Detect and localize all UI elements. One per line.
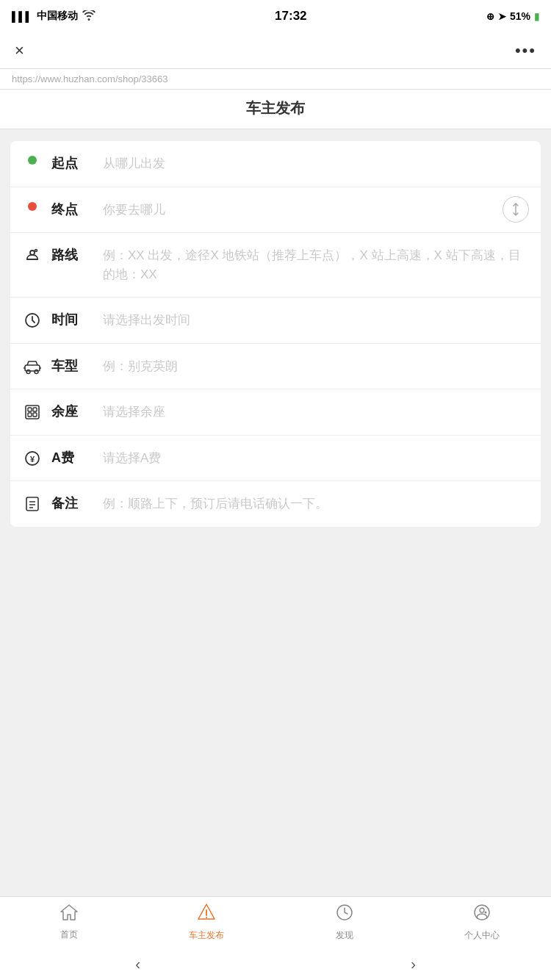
tab-publish[interactable]: 车主发布 xyxy=(138,897,276,948)
swap-button[interactable] xyxy=(503,196,529,223)
publish-tab-icon xyxy=(197,903,216,926)
start-label: 起点 xyxy=(51,154,91,173)
carrier-label: 中国移动 xyxy=(37,10,78,23)
time-row[interactable]: 时间 请选择出发时间 xyxy=(10,298,541,344)
start-placeholder[interactable]: 从哪儿出发 xyxy=(103,154,529,173)
note-row[interactable]: 备注 例：顺路上下，预订后请电话确认一下。 xyxy=(10,481,541,527)
more-button[interactable]: ••• xyxy=(515,41,536,60)
svg-point-5 xyxy=(35,370,38,373)
profile-tab-label: 个人中心 xyxy=(464,929,500,942)
back-button[interactable]: ‹ xyxy=(106,950,170,979)
battery-level: 51% xyxy=(510,10,530,22)
time-label: 时间 xyxy=(51,311,91,329)
direction-icon: ➤ xyxy=(498,11,506,22)
svg-point-25 xyxy=(485,912,487,914)
toll-placeholder[interactable]: 请选择A费 xyxy=(103,449,529,468)
end-icon xyxy=(22,202,43,211)
seats-placeholder[interactable]: 请选择余座 xyxy=(103,403,529,422)
toll-label: A费 xyxy=(51,449,91,467)
tab-discover[interactable]: 发现 xyxy=(276,897,414,948)
route-icon xyxy=(22,248,43,264)
location-icon: ⊕ xyxy=(486,11,494,22)
url-bar: https://www.huzhan.com/shop/33663 xyxy=(0,69,551,90)
svg-rect-9 xyxy=(28,408,32,411)
tab-bar: 首页 车主发布 发现 xyxy=(0,896,551,948)
tab-profile[interactable]: 个人中心 xyxy=(414,897,552,948)
note-label: 备注 xyxy=(51,494,91,513)
publish-tab-label: 车主发布 xyxy=(189,929,224,942)
close-button[interactable]: × xyxy=(15,41,24,60)
home-bar: ‹ › xyxy=(0,948,551,980)
svg-rect-15 xyxy=(26,497,38,511)
svg-point-24 xyxy=(480,908,484,912)
route-placeholder[interactable]: 例：XX 出发，途径X 地铁站（推荐上车点），X 站上高速，X 站下高速，目的地… xyxy=(103,246,529,284)
time-icon xyxy=(22,312,43,328)
url-text: https://www.huzhan.com/shop/33663 xyxy=(12,73,168,84)
end-row[interactable]: 终点 你要去哪儿 xyxy=(10,187,541,234)
status-left: ▌▌▌ 中国移动 xyxy=(12,10,96,23)
svg-rect-10 xyxy=(33,408,37,411)
signal-icon: ▌▌▌ xyxy=(12,11,32,22)
route-label: 路线 xyxy=(51,246,91,264)
route-row[interactable]: 路线 例：XX 出发，途径X 地铁站（推荐上车点），X 站上高速，X 站下高速，… xyxy=(10,233,541,298)
dot-green-icon xyxy=(28,156,37,165)
toll-icon: ¥ xyxy=(22,450,43,466)
cartype-row[interactable]: 车型 例：别克英朗 xyxy=(10,344,541,390)
status-bar: ▌▌▌ 中国移动 17:32 ⊕ ➤ 51% ▮ xyxy=(0,0,551,32)
time-placeholder[interactable]: 请选择出发时间 xyxy=(103,311,529,330)
seats-icon xyxy=(22,404,43,420)
end-label: 终点 xyxy=(51,201,91,219)
home-tab-icon xyxy=(60,904,79,926)
note-placeholder[interactable]: 例：顺路上下，预订后请电话确认一下。 xyxy=(103,494,529,514)
battery-icon: ▮ xyxy=(534,11,539,22)
note-icon xyxy=(22,496,43,512)
home-tab-label: 首页 xyxy=(60,929,78,941)
nav-bar: × ••• xyxy=(0,32,551,69)
page-title: 车主发布 xyxy=(0,90,551,129)
wifi-icon xyxy=(82,10,96,23)
seats-label: 余座 xyxy=(51,403,91,421)
svg-rect-8 xyxy=(26,406,39,419)
discover-tab-label: 发现 xyxy=(336,929,353,942)
forward-button[interactable]: › xyxy=(381,950,445,979)
svg-text:¥: ¥ xyxy=(30,454,35,463)
cartype-placeholder[interactable]: 例：别克英朗 xyxy=(103,357,529,376)
toll-row[interactable]: ¥ A费 请选择A费 xyxy=(10,436,541,482)
form-content: 起点 从哪儿出发 终点 你要去哪儿 xyxy=(0,141,551,627)
start-row[interactable]: 起点 从哪儿出发 xyxy=(10,141,541,187)
dot-orange-icon xyxy=(28,202,37,211)
svg-rect-11 xyxy=(28,413,32,417)
svg-point-4 xyxy=(26,370,30,373)
end-placeholder[interactable]: 你要去哪儿 xyxy=(103,201,529,220)
cartype-icon xyxy=(22,359,43,375)
time-display: 17:32 xyxy=(275,9,306,24)
form-container: 起点 从哪儿出发 终点 你要去哪儿 xyxy=(10,141,541,527)
svg-point-21 xyxy=(206,917,207,918)
cartype-label: 车型 xyxy=(51,357,91,375)
start-icon xyxy=(22,156,43,165)
discover-tab-icon xyxy=(335,903,354,926)
profile-tab-icon xyxy=(472,903,491,926)
svg-rect-12 xyxy=(33,413,37,417)
status-right: ⊕ ➤ 51% ▮ xyxy=(486,10,539,22)
svg-point-1 xyxy=(35,250,37,252)
seats-row[interactable]: 余座 请选择余座 xyxy=(10,389,541,436)
tab-home[interactable]: 首页 xyxy=(0,897,138,948)
